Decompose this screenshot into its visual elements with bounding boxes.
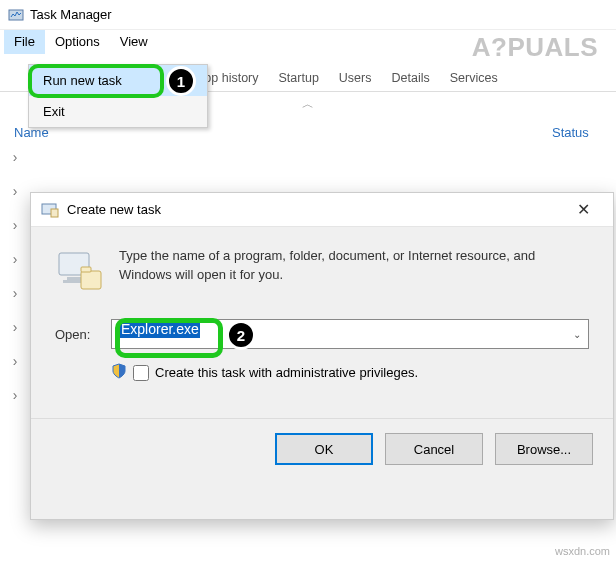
run-dialog-icon xyxy=(41,201,59,219)
close-icon[interactable]: ✕ xyxy=(563,200,603,219)
task-manager-icon xyxy=(8,7,24,23)
watermark-source: wsxdn.com xyxy=(555,545,610,557)
dialog-titlebar: Create new task ✕ xyxy=(31,193,613,227)
menu-item-exit[interactable]: Exit xyxy=(29,96,207,127)
dialog-button-row: OK Cancel Browse... xyxy=(31,418,613,479)
browse-button[interactable]: Browse... xyxy=(495,433,593,465)
svg-rect-2 xyxy=(51,209,58,217)
chevron-right-icon: › xyxy=(6,183,24,199)
admin-checkbox-label: Create this task with administrative pri… xyxy=(155,365,418,380)
cancel-button[interactable]: Cancel xyxy=(385,433,483,465)
watermark-logo: A?PUALS xyxy=(472,32,598,63)
dialog-body: Type the name of a program, folder, docu… xyxy=(31,227,613,418)
chevron-right-icon: › xyxy=(6,149,24,165)
run-program-icon xyxy=(55,247,103,295)
chevron-right-icon: › xyxy=(6,285,24,301)
menu-options[interactable]: Options xyxy=(45,30,110,54)
tab-details[interactable]: Details xyxy=(382,66,440,90)
dialog-instruction: Type the name of a program, folder, docu… xyxy=(119,247,589,285)
open-label: Open: xyxy=(55,327,103,342)
tab-services[interactable]: Services xyxy=(440,66,508,90)
annotation-badge-1: 1 xyxy=(166,66,196,96)
svg-rect-6 xyxy=(81,271,101,289)
shield-icon xyxy=(111,363,127,382)
titlebar: Task Manager xyxy=(0,0,616,30)
ok-button[interactable]: OK xyxy=(275,433,373,465)
chevron-down-icon[interactable]: ⌄ xyxy=(573,329,581,340)
table-row[interactable]: › xyxy=(2,140,614,174)
chevron-right-icon: › xyxy=(6,353,24,369)
column-header-status[interactable]: Status xyxy=(552,125,602,140)
chevron-right-icon: › xyxy=(6,217,24,233)
tab-users[interactable]: Users xyxy=(329,66,382,90)
chevron-right-icon: › xyxy=(6,387,24,403)
admin-checkbox[interactable] xyxy=(133,365,149,381)
dialog-title: Create new task xyxy=(67,202,563,217)
svg-rect-4 xyxy=(67,277,81,280)
menu-view[interactable]: View xyxy=(110,30,158,54)
create-new-task-dialog: Create new task ✕ Type the name of a pro… xyxy=(30,192,614,520)
chevron-right-icon: › xyxy=(6,251,24,267)
menu-file[interactable]: File xyxy=(4,30,45,54)
open-input[interactable]: Explorer.exe xyxy=(111,319,589,349)
chevron-right-icon: › xyxy=(6,319,24,335)
annotation-badge-2: 2 xyxy=(226,320,256,350)
open-input-value: Explorer.exe xyxy=(120,320,200,338)
tab-startup[interactable]: Startup xyxy=(269,66,329,90)
svg-rect-7 xyxy=(81,267,91,272)
window-title: Task Manager xyxy=(30,7,112,22)
open-combobox[interactable]: Explorer.exe ⌄ xyxy=(111,319,589,349)
